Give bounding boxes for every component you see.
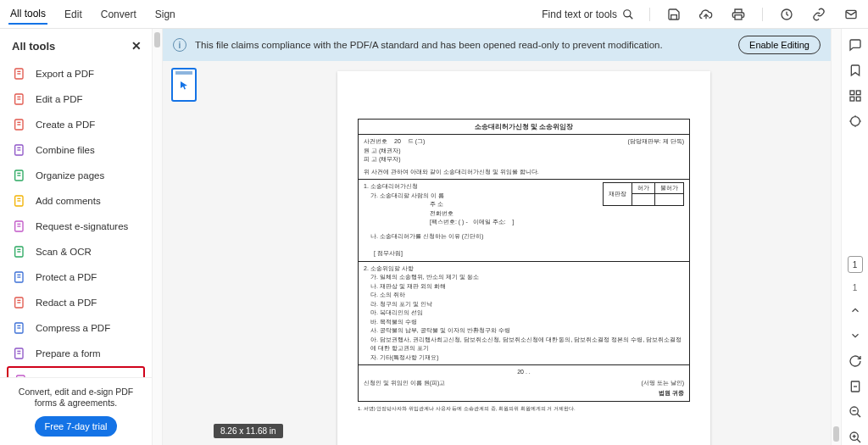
pdfa-banner: i This file claims compliance with the P… [163,29,831,61]
page-viewport[interactable]: 소송대리허가신청 및 소송위임장 사건번호 20 드 (그) (담당재판부: 제… [217,61,831,445]
tool-icon [12,346,27,361]
svg-rect-50 [856,97,860,101]
tool-combine-files[interactable]: Combine files [7,137,145,163]
sidebar-footer: Convert, edit and e-sign PDF forms & agr… [0,377,152,445]
fit-width-icon[interactable] [848,379,863,394]
tool-prepare-a-form[interactable]: Prepare a form [7,341,145,366]
doc-sec2-box: 2. 소송위임할 사항 가. 일체의 소송행위, 반소의 제기 및 응소 나. … [358,262,690,366]
close-icon[interactable]: ✕ [131,39,142,53]
tool-protect-a-pdf[interactable]: Protect a PDF [7,264,145,290]
svg-point-51 [850,117,860,126]
save-icon[interactable] [665,6,682,23]
svg-line-1 [630,15,633,19]
doc-title: 소송대리허가신청 및 소송위임장 [358,119,690,134]
enable-editing-button[interactable]: Enable Editing [738,36,821,54]
tool-edit-a-pdf[interactable]: Edit a PDF [7,86,145,112]
right-rail: 1 1 [841,29,868,445]
tool-icon [12,168,27,183]
tool-label: Prepare a form [36,348,101,359]
find-tools[interactable]: Find text or tools [542,8,634,20]
tool-label: Request e-signatures [36,221,128,231]
cloud-icon[interactable] [698,6,715,23]
tool-label: Add comments [36,196,101,206]
rotate-icon[interactable] [848,353,863,369]
page-total: 1 [853,283,858,292]
chevron-up-icon[interactable] [848,303,863,318]
tool-icon [12,295,27,310]
scrollbar-center-right[interactable] [831,29,841,445]
comment-icon[interactable] [848,37,863,53]
sidebar-header: All tools ✕ [0,29,152,59]
chevron-down-icon[interactable] [848,328,863,343]
tab-all-tools[interactable]: All tools [8,4,47,25]
tool-compress-a-pdf[interactable]: Compress a PDF [7,315,145,341]
page-dimensions: 8.26 x 11.68 in [214,424,283,438]
tool-scan-ocr[interactable]: Scan & OCR [7,239,145,264]
tool-label: Create a PDF [36,120,95,130]
tool-icon [12,117,27,132]
tool-icon [12,219,27,234]
tool-create-a-pdf[interactable]: Create a PDF [7,112,145,137]
tool-add-comments[interactable]: Add comments [7,188,145,214]
tab-sign[interactable]: Sign [153,5,177,24]
scrollbar-left[interactable] [153,29,163,445]
search-icon [622,8,634,20]
settings-icon[interactable] [848,114,863,129]
tool-request-e-signatures[interactable]: Request e-signatures [7,214,145,239]
info-icon: i [173,38,186,52]
footer-text-1: Convert, edit and e-sign PDF [10,387,142,398]
doc-footnote: 1. 서명) 안정당사자와 위임관계나 사용자 등에 소송관계의 중, 회원의위… [358,405,690,413]
svg-rect-47 [850,91,854,95]
sidebar: All tools ✕ Export a PDFEdit a PDFCreate… [0,29,153,445]
document-area: 소송대리허가신청 및 소송위임장 사건번호 20 드 (그) (담당재판부: 제… [163,61,831,445]
tool-label: Organize pages [36,170,104,181]
svg-rect-49 [850,97,854,101]
tool-label: Combine files [36,145,95,155]
tool-icon [12,66,27,81]
tool-icon [12,320,27,336]
doc-case-box: 사건번호 20 드 (그) (담당재판부: 제 단독) 원 고 (채권자) 피 … [358,134,690,180]
mail-icon[interactable] [843,6,860,23]
tool-label: Export a PDF [36,69,94,79]
tool-export-a-pdf[interactable]: Export a PDF [7,61,145,86]
zoom-out-icon[interactable] [848,404,863,420]
tool-list: Export a PDFEdit a PDFCreate a PDFCombin… [0,59,152,377]
tool-icon [12,193,27,209]
tool-label: Scan & OCR [36,247,92,257]
tool-icon [12,270,27,285]
tab-convert[interactable]: Convert [99,5,138,24]
page-number[interactable]: 1 [848,256,863,273]
tab-edit[interactable]: Edit [63,5,84,24]
find-label: Find text or tools [542,8,617,20]
ai-icon[interactable] [778,6,795,23]
tool-label: Protect a PDF [36,272,97,282]
tool-icon [12,92,27,107]
sidebar-title: All tools [12,40,55,53]
svg-rect-2 [735,14,742,19]
tool-redact-a-pdf[interactable]: Redact a PDF [7,290,145,315]
tool-icon [12,142,27,158]
free-trial-button[interactable]: Free 7-day trial [35,416,118,437]
banner-text: This file claims compliance with the PDF… [195,40,663,50]
tool-organize-pages[interactable]: Organize pages [7,163,145,188]
link-icon[interactable] [810,6,827,23]
topbar: All tools Edit Convert Sign Find text or… [0,0,868,29]
approval-table: 재판장허가불허가 [603,182,684,206]
document-page: 소송대리허가신청 및 소송위임장 사건번호 20 드 (그) (담당재판부: 제… [337,71,710,445]
cursor-icon [179,80,189,92]
page-thumbnail-1[interactable] [171,68,197,102]
doc-sign-box: 20 . . 신청인 및 위임인 이름 원(피)고 (서명 또는 날인) 법원 … [358,365,690,402]
grid-icon[interactable] [848,88,863,103]
footer-text-2: forms & agreements. [10,398,142,409]
doc-sec1-box: 1. 소송대리허가신청 가. 소송대리할 사람의 이 름 주 소 전화번호 [팩… [358,180,690,262]
center-pane: i This file claims compliance with the P… [163,29,831,445]
tool-fill-sign[interactable]: Fill & Sign [7,366,145,377]
tool-icon [12,244,27,259]
zoom-in-icon[interactable] [848,430,863,445]
bookmark-icon[interactable] [848,63,863,78]
print-icon[interactable] [730,6,747,23]
tool-label: Redact a PDF [36,298,97,308]
main: All tools ✕ Export a PDFEdit a PDFCreate… [0,29,868,445]
tool-label: Compress a PDF [36,323,110,333]
thumbnail-column [163,61,217,445]
